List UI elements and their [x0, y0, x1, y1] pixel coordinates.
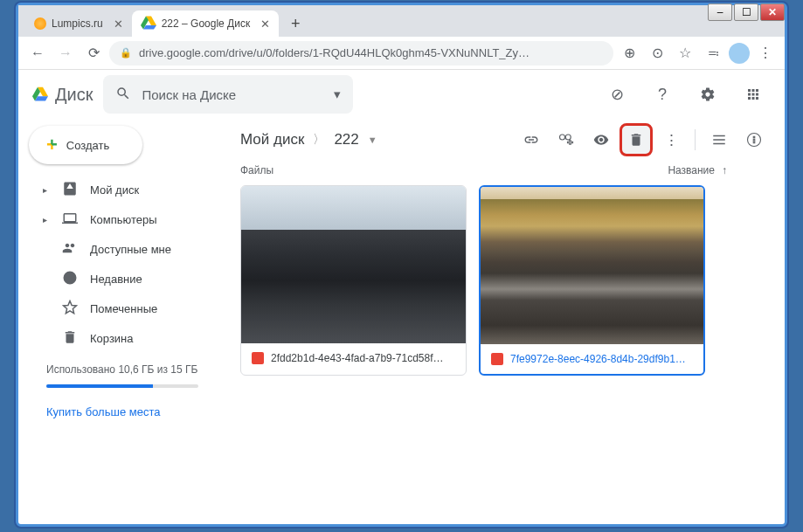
help-icon[interactable]: ?	[645, 77, 680, 112]
tab-drive[interactable]: 222 – Google Диск ✕	[132, 10, 279, 37]
sidebar-item-shared[interactable]: Доступные мне	[29, 234, 216, 264]
tab-title: 222 – Google Диск	[162, 17, 250, 30]
search-input[interactable]: Поиск на Диске ▾	[103, 75, 353, 114]
url-bar[interactable]: 🔒 drive.google.com/drive/u/0/folders/1-R…	[109, 41, 613, 66]
delete-button[interactable]	[620, 123, 653, 156]
sidebar-item-my-drive[interactable]: ▸ Мой диск	[29, 175, 216, 204]
breadcrumb-my-drive[interactable]: Мой диск	[240, 131, 304, 149]
chevron-right-icon: 〉	[313, 132, 325, 148]
trash-icon	[62, 329, 78, 348]
details-icon[interactable]	[737, 123, 771, 156]
plus-icon: +	[46, 134, 58, 156]
close-icon[interactable]: ✕	[114, 17, 123, 31]
dropdown-icon[interactable]: ▾	[334, 86, 341, 102]
link-icon[interactable]	[515, 123, 548, 156]
file-item[interactable]: 2fdd2b1d-4e43-4fad-a7b9-71cd58f…	[240, 185, 467, 376]
storage-bar	[46, 384, 198, 388]
image-icon	[252, 352, 264, 364]
storage-text: Использовано 10,6 ГБ из 15 ГБ	[46, 363, 197, 376]
forward-icon[interactable]: →	[53, 41, 78, 66]
sidebar-label: Мой диск	[90, 183, 139, 197]
sidebar-item-starred[interactable]: Помеченные	[29, 294, 216, 323]
new-tab-button[interactable]: +	[284, 12, 307, 35]
star-icon	[62, 300, 78, 318]
window-maximize[interactable]: ☐	[734, 3, 758, 21]
image-icon	[491, 353, 503, 365]
app-name: Диск	[55, 85, 93, 105]
chevron-right-icon: ▸	[43, 185, 50, 195]
window-minimize[interactable]: –	[708, 3, 732, 21]
sidebar-label: Компьютеры	[90, 213, 157, 226]
storage-info: Использовано 10,6 ГБ из 15 ГБ	[29, 353, 216, 397]
extensions-icon[interactable]: ≕	[701, 41, 725, 66]
files-label: Файлы	[240, 164, 273, 176]
file-thumbnail	[241, 186, 466, 343]
offline-icon[interactable]: ⊘	[599, 77, 634, 112]
sidebar-label: Доступные мне	[90, 243, 171, 256]
share-icon[interactable]	[550, 123, 583, 156]
sidebar-label: Помеченные	[90, 302, 157, 315]
drive-logo[interactable]: Диск	[32, 85, 93, 105]
sidebar-item-trash[interactable]: Корзина	[29, 323, 216, 353]
close-icon[interactable]: ✕	[260, 17, 270, 31]
breadcrumb-folder[interactable]: 222	[334, 131, 358, 149]
search-placeholder: Поиск на Диске	[142, 87, 236, 102]
main-content: Мой диск 〉 222 ▼ ⋮	[226, 119, 785, 524]
file-item[interactable]: 7fe9972e-8eec-4926-8d4b-29df9b1…	[479, 185, 705, 376]
clock-icon	[62, 270, 78, 288]
sidebar-item-computers[interactable]: ▸ Компьютеры	[29, 204, 216, 234]
browser-menu-icon[interactable]: ⋮	[753, 41, 778, 66]
arrow-up-icon: ↑	[722, 164, 727, 176]
tab-strip: Lumpics.ru ✕ 222 – Google Диск ✕ +	[18, 5, 785, 37]
list-view-icon[interactable]	[703, 123, 736, 156]
tab-title: Lumpics.ru	[52, 17, 103, 30]
sort-row: Файлы Название ↑	[240, 161, 771, 185]
zoom-icon[interactable]: ⊕	[617, 41, 641, 66]
favicon-lumpics	[34, 17, 46, 30]
bookmark-icon[interactable]: ☆	[673, 41, 697, 66]
preview-icon[interactable]	[585, 123, 618, 156]
computer-icon	[62, 211, 78, 229]
drive-icon	[62, 181, 78, 199]
url-text: drive.google.com/drive/u/0/folders/1-RQd…	[139, 46, 530, 59]
breadcrumb: Мой диск 〉 222 ▼ ⋮	[240, 119, 771, 161]
search-page-icon[interactable]: ⊙	[645, 41, 669, 66]
apps-grid-icon[interactable]	[736, 77, 771, 112]
create-button[interactable]: + Создать	[29, 126, 142, 164]
window-close[interactable]: ✕	[760, 3, 785, 21]
lock-icon: 🔒	[120, 47, 132, 59]
sidebar-label: Корзина	[90, 332, 134, 345]
search-icon	[115, 86, 131, 104]
dropdown-icon[interactable]: ▼	[368, 135, 377, 145]
app-header: Диск Поиск на Диске ▾ ⊘ ?	[18, 70, 785, 119]
buy-storage-link[interactable]: Купить больше места	[29, 397, 216, 427]
chevron-right-icon: ▸	[43, 215, 50, 225]
file-name: 7fe9972e-8eec-4926-8d4b-29df9b1…	[510, 353, 686, 365]
reload-icon[interactable]: ⟳	[81, 41, 106, 66]
create-label: Создать	[66, 139, 109, 152]
sidebar-label: Недавние	[90, 273, 142, 286]
more-icon[interactable]: ⋮	[654, 123, 688, 156]
sort-by-name[interactable]: Название ↑	[668, 164, 727, 176]
sidebar: + Создать ▸ Мой диск ▸ Компьютеры Доступ…	[18, 119, 226, 524]
tab-lumpics[interactable]: Lumpics.ru ✕	[25, 10, 132, 37]
people-icon	[62, 240, 78, 259]
back-icon[interactable]: ←	[25, 41, 50, 66]
sidebar-item-recent[interactable]: Недавние	[29, 264, 216, 294]
address-bar: ← → ⟳ 🔒 drive.google.com/drive/u/0/folde…	[18, 37, 785, 70]
favicon-drive	[141, 15, 156, 33]
file-thumbnail	[481, 187, 703, 344]
file-name: 2fdd2b1d-4e43-4fad-a7b9-71cd58f…	[271, 352, 443, 364]
profile-avatar[interactable]	[729, 43, 750, 64]
settings-icon[interactable]	[690, 77, 725, 112]
